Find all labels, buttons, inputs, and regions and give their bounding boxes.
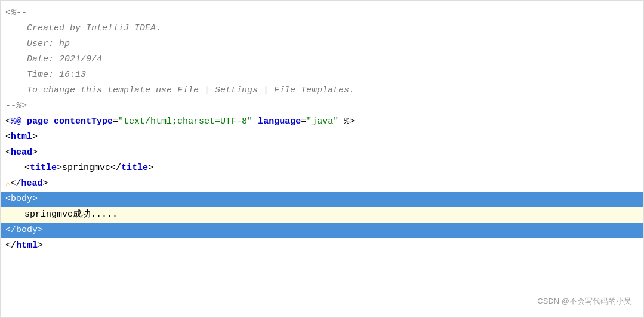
body-tag-open: body	[11, 192, 32, 206]
watermark: CSDN @不会写代码的小吴	[537, 296, 631, 307]
line-head-close: ⚠</head>	[1, 176, 643, 192]
head-bracket-close: >	[32, 146, 38, 160]
comment-time: Time: 16:13	[5, 68, 86, 82]
eq2: =	[301, 115, 306, 129]
line-template-instruction: To change this template use File | Setti…	[1, 83, 643, 98]
line-time: Time: 16:13	[1, 67, 643, 83]
body-close-bracket-open: </	[5, 223, 16, 237]
val-language: "java"	[306, 115, 338, 129]
eq1: =	[113, 115, 118, 129]
comment-date: Date: 2021/9/4	[5, 53, 102, 67]
line-comment-end: --%>	[1, 98, 643, 114]
warning-icon: ⚠	[5, 177, 10, 190]
head-close-slash: </	[10, 177, 21, 191]
line-title: <title>springmvc</title>	[1, 160, 643, 176]
line-jsp-directive: <%@ page contentType="text/html;charset=…	[1, 114, 643, 129]
line-comment-start: <%--	[1, 5, 643, 21]
title-content: springmvc	[62, 161, 110, 175]
html-bracket-close: >	[32, 130, 38, 144]
comment-user: User: hp	[5, 37, 70, 51]
title-open-close: >	[57, 161, 62, 175]
line-html-close: </html>	[1, 238, 643, 254]
html-close-bracket: >	[38, 239, 43, 253]
title-slash: </	[110, 161, 121, 175]
attr-language: language	[258, 115, 301, 129]
title-open-bracket: <	[24, 161, 30, 175]
attr-contenttype: contentType	[54, 115, 113, 129]
html-close-tag: html	[16, 239, 38, 253]
comment-end-text: --%>	[5, 99, 27, 113]
jsp-open: <	[5, 115, 11, 129]
comment-created: Created by IntelliJ IDEA.	[5, 21, 161, 36]
body-open-close: >	[32, 192, 38, 206]
line-body-close: </body>	[1, 223, 643, 238]
title-tag-open: title	[30, 161, 57, 175]
line-created-by: Created by IntelliJ IDEA.	[1, 21, 643, 36]
line-body-content: springmvc成功.....	[1, 207, 643, 223]
html-tag: html	[11, 130, 32, 144]
comment-text: <%--	[5, 6, 27, 20]
html-bracket-open: <	[5, 130, 11, 144]
title-tag-close: title	[121, 161, 148, 175]
val-contenttype: "text/html;charset=UTF-8"	[118, 115, 252, 129]
head-close-bracket: >	[42, 177, 48, 191]
watermark-text: CSDN @不会写代码的小吴	[537, 297, 631, 305]
body-close-bracket-close: >	[38, 223, 43, 237]
line-user: User: hp	[1, 36, 643, 52]
comment-template: To change this template use File | Setti…	[5, 84, 355, 98]
line-date: Date: 2021/9/4	[1, 52, 643, 67]
code-area: <%-- Created by IntelliJ IDEA. User: hp …	[1, 1, 643, 258]
line-body-open: <body>	[1, 192, 643, 207]
body-tag-close: body	[16, 223, 38, 237]
line-html-open: <html>	[1, 129, 643, 145]
title-close-bracket: >	[148, 161, 153, 175]
space1	[252, 115, 258, 129]
body-open-bracket: <	[5, 192, 11, 206]
head-close-tag: head	[21, 177, 42, 191]
head-bracket-open: <	[5, 146, 11, 160]
line-head-open: <head>	[1, 145, 643, 160]
head-tag: head	[11, 146, 32, 160]
jsp-close: %>	[338, 115, 355, 129]
editor-container: <%-- Created by IntelliJ IDEA. User: hp …	[0, 0, 644, 318]
body-text-content: springmvc成功.....	[24, 208, 118, 222]
html-close-slash: </	[5, 239, 16, 253]
jsp-tag-name: %@ page	[11, 115, 54, 129]
